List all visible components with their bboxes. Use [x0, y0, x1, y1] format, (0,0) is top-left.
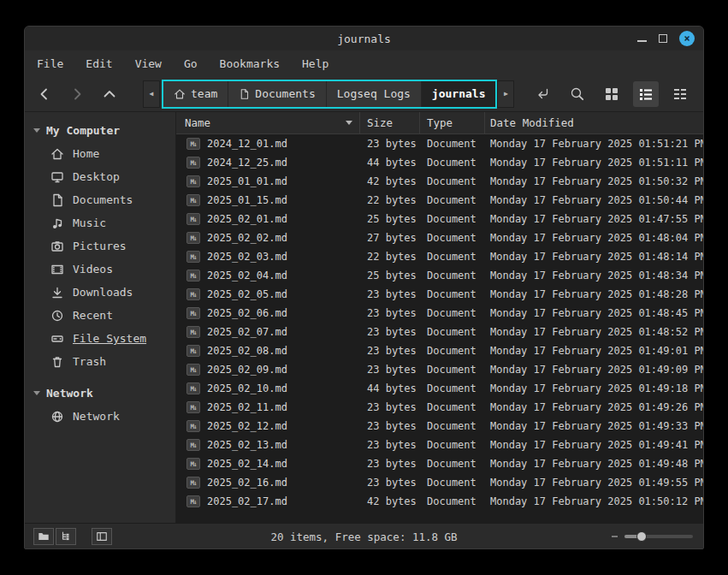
sidebar-header-my-computer[interactable]: My Computer	[25, 119, 175, 142]
file-name: 2025_02_04.md	[207, 270, 287, 282]
forward-button[interactable]	[66, 81, 88, 107]
file-row[interactable]: M↓ 2025_02_10.md 44 bytes Document Monda…	[176, 379, 703, 398]
menu-edit[interactable]: Edit	[84, 56, 114, 72]
file-name: 2025_02_01.md	[207, 213, 287, 225]
file-row[interactable]: M↓ 2025_02_06.md 23 bytes Document Monda…	[176, 304, 703, 323]
file-date: Monday 17 February 2025 01:49:41 PM	[485, 439, 703, 451]
file-row[interactable]: M↓ 2025_02_13.md 23 bytes Document Monda…	[176, 436, 703, 454]
file-size: 23 bytes	[360, 364, 420, 376]
column-header-type[interactable]: Type	[420, 112, 485, 133]
file-size: 25 bytes	[360, 270, 420, 282]
documents-icon	[50, 193, 64, 207]
file-row[interactable]: M↓ 2025_02_17.md 42 bytes Document Monda…	[176, 492, 703, 511]
sidebar-header-network[interactable]: Network	[25, 382, 175, 405]
sort-descending-icon	[346, 121, 352, 125]
file-name: 2025_02_11.md	[207, 401, 287, 413]
column-header-date-modified[interactable]: Date Modified	[485, 112, 703, 133]
file-row[interactable]: M↓ 2025_02_09.md 23 bytes Document Monda…	[176, 360, 703, 379]
tree-toggle-button[interactable]	[56, 528, 76, 545]
sidebar-item-desktop[interactable]: Desktop	[25, 165, 175, 188]
maximize-icon[interactable]	[659, 34, 667, 43]
file-row[interactable]: M↓ 2025_02_14.md 23 bytes Document Monda…	[176, 454, 703, 473]
sidebar-item-downloads[interactable]: Downloads	[25, 281, 175, 304]
file-row[interactable]: M↓ 2024_12_25.md 44 bytes Document Monda…	[176, 153, 703, 172]
file-row[interactable]: M↓ 2025_02_01.md 25 bytes Document Monda…	[176, 210, 703, 228]
file-size: 44 bytes	[360, 382, 420, 394]
file-name: 2025_01_01.md	[207, 175, 287, 187]
file-size: 25 bytes	[360, 213, 420, 225]
menu-go[interactable]: Go	[182, 56, 199, 72]
compact-view-icon	[672, 86, 688, 102]
file-row[interactable]: M↓ 2025_02_04.md 25 bytes Document Monda…	[176, 266, 703, 285]
sidebar-item-network[interactable]: Network	[25, 405, 175, 428]
file-type: Document	[420, 138, 485, 150]
file-row[interactable]: M↓ 2025_02_12.md 23 bytes Document Monda…	[176, 417, 703, 436]
close-icon[interactable]: ×	[679, 31, 695, 46]
file-row[interactable]: M↓ 2025_02_07.md 23 bytes Document Monda…	[176, 323, 703, 341]
file-size: 23 bytes	[360, 307, 420, 319]
file-row[interactable]: M↓ 2025_02_03.md 22 bytes Document Monda…	[176, 247, 703, 266]
breadcrumb-logseq-logs[interactable]: Logseq Logs	[327, 81, 422, 107]
file-type: Document	[420, 194, 485, 206]
music-icon	[50, 216, 64, 230]
sidebar-item-file-system[interactable]: File System	[25, 327, 175, 350]
file-size: 23 bytes	[360, 458, 420, 470]
sidebar-item-music[interactable]: Music	[25, 211, 175, 234]
menu-view[interactable]: View	[133, 56, 163, 72]
markdown-file-icon: M↓	[186, 326, 200, 338]
sidebar-item-documents[interactable]: Documents	[25, 188, 175, 211]
panel-toggle-icon	[96, 531, 108, 542]
sidebar-item-recent[interactable]: Recent	[25, 304, 175, 327]
zoom-out-icon[interactable]	[612, 536, 618, 537]
statusbar-toggles	[33, 524, 112, 549]
toggle-location-entry-button[interactable]	[530, 81, 556, 107]
path-scroll-right-button[interactable]: ▶	[497, 80, 514, 108]
document-icon	[239, 88, 250, 100]
breadcrumb-journals[interactable]: journals	[422, 81, 496, 107]
file-row[interactable]: M↓ 2025_02_05.md 23 bytes Document Monda…	[176, 285, 703, 304]
up-button[interactable]	[98, 81, 121, 107]
chevron-left-icon	[37, 86, 52, 102]
sidebar-item-videos[interactable]: Videos	[25, 258, 175, 281]
file-row[interactable]: M↓ 2024_12_01.md 23 bytes Document Monda…	[176, 134, 703, 153]
markdown-file-icon: M↓	[186, 420, 200, 432]
breadcrumb-documents[interactable]: Documents	[228, 81, 326, 107]
list-view-button[interactable]	[633, 81, 659, 107]
breadcrumb-team[interactable]: team	[163, 81, 228, 107]
file-row[interactable]: M↓ 2025_02_02.md 27 bytes Document Monda…	[176, 228, 703, 247]
file-name: 2025_02_12.md	[207, 420, 287, 432]
breadcrumb-label: team	[191, 87, 217, 100]
file-type: Document	[420, 382, 485, 394]
places-toggle-button[interactable]	[33, 528, 54, 545]
file-row[interactable]: M↓ 2025_02_08.md 23 bytes Document Monda…	[176, 341, 703, 360]
zoom-slider[interactable]	[624, 531, 693, 542]
file-type: Document	[420, 288, 485, 300]
breadcrumb-label: journals	[432, 87, 486, 100]
menu-bookmarks[interactable]: Bookmarks	[218, 56, 281, 72]
sidebar-toggle-button[interactable]	[92, 528, 112, 545]
sidebar-item-home[interactable]: Home	[25, 142, 175, 165]
file-size: 23 bytes	[360, 401, 420, 413]
file-name: 2025_02_05.md	[207, 288, 287, 300]
column-header-name[interactable]: Name	[176, 112, 360, 133]
file-row[interactable]: M↓ 2025_01_15.md 22 bytes Document Monda…	[176, 191, 703, 210]
sidebar-item-pictures[interactable]: Pictures	[25, 234, 175, 258]
compact-view-button[interactable]	[667, 81, 693, 107]
back-button[interactable]	[33, 81, 56, 107]
column-header-size[interactable]: Size	[360, 112, 420, 133]
markdown-file-icon: M↓	[186, 477, 200, 489]
menu-help[interactable]: Help	[300, 56, 330, 72]
file-row[interactable]: M↓ 2025_02_11.md 23 bytes Document Monda…	[176, 398, 703, 417]
menu-file[interactable]: File	[35, 56, 65, 72]
minimize-icon[interactable]	[637, 40, 647, 42]
markdown-file-icon: M↓	[186, 288, 200, 300]
file-row[interactable]: M↓ 2025_02_16.md 23 bytes Document Monda…	[176, 473, 703, 492]
expander-icon	[33, 128, 40, 133]
zoom-slider-handle[interactable]	[636, 531, 647, 542]
titlebar[interactable]: journals ×	[25, 27, 703, 50]
path-scroll-left-button[interactable]: ◀	[143, 80, 160, 108]
search-button[interactable]	[565, 81, 590, 107]
sidebar-item-trash[interactable]: Trash	[25, 350, 175, 373]
icon-view-button[interactable]	[599, 81, 624, 107]
file-row[interactable]: M↓ 2025_01_01.md 42 bytes Document Monda…	[176, 172, 703, 191]
